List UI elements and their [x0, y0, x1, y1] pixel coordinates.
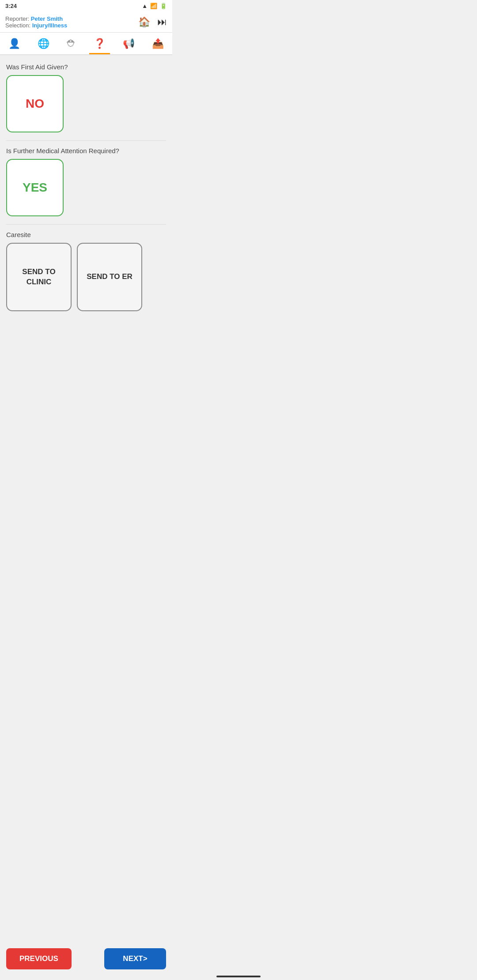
first-aid-options: NO [6, 75, 166, 132]
megaphone-icon: 📢 [123, 38, 135, 49]
reporter-name: Peter Smith [31, 15, 63, 22]
first-aid-no-label: NO [26, 97, 44, 111]
nav-tabs: 👤 🌐 ⛑ ❓ 📢 📤 [0, 33, 172, 55]
reporter-label: Reporter: [5, 15, 29, 22]
send-to-er-button[interactable]: SEND TO ER [77, 243, 142, 311]
medical-attention-yes-label: YES [23, 181, 47, 195]
medical-attention-question: Is Further Medical Attention Required? [6, 147, 166, 155]
forward-icon[interactable]: ⏭ [157, 16, 167, 28]
header-selection-row: Selection: Injury/Illness [5, 22, 67, 29]
first-aid-question: Was First Aid Given? [6, 63, 166, 71]
send-to-clinic-label: SEND TOCLINIC [22, 267, 55, 286]
tab-globe[interactable]: 🌐 [33, 34, 54, 54]
header-info: Reporter: Peter Smith Selection: Injury/… [5, 15, 67, 29]
home-icon[interactable]: 🏠 [138, 16, 150, 28]
send-to-clinic-button[interactable]: SEND TOCLINIC [6, 243, 72, 311]
tab-question[interactable]: ❓ [89, 34, 110, 54]
wifi-icon: ▲ [142, 3, 148, 9]
main-content: Was First Aid Given? NO Is Further Medic… [0, 55, 172, 354]
globe-icon: 🌐 [38, 38, 49, 49]
helmet-icon: ⛑ [67, 38, 76, 49]
tab-person[interactable]: 👤 [4, 34, 25, 54]
caresite-options: SEND TOCLINIC SEND TO ER [6, 243, 166, 311]
medical-attention-yes-button[interactable]: YES [6, 159, 64, 216]
upload-icon: 📤 [152, 38, 164, 49]
signal-icon: 📶 [150, 3, 157, 9]
selection-label: Selection: [5, 22, 30, 29]
header-reporter-row: Reporter: Peter Smith [5, 15, 67, 22]
medical-attention-options: YES [6, 159, 166, 216]
header-icons: 🏠 ⏭ [138, 16, 167, 28]
status-time: 3:24 [5, 3, 17, 9]
caresite-label: Caresite [6, 231, 166, 238]
selection-value: Injury/Illness [32, 22, 67, 29]
tab-upload[interactable]: 📤 [148, 34, 168, 54]
status-bar: 3:24 ▲ 📶 🔋 [0, 0, 172, 12]
status-icons: ▲ 📶 🔋 [142, 3, 167, 9]
person-icon: 👤 [8, 38, 20, 49]
divider-2 [6, 224, 166, 225]
send-to-er-label: SEND TO ER [87, 272, 132, 282]
first-aid-no-button[interactable]: NO [6, 75, 64, 132]
tab-megaphone[interactable]: 📢 [118, 34, 139, 54]
divider-1 [6, 140, 166, 141]
header: Reporter: Peter Smith Selection: Injury/… [0, 12, 172, 33]
question-icon: ❓ [94, 38, 106, 49]
battery-icon: 🔋 [160, 3, 167, 9]
tab-helmet[interactable]: ⛑ [62, 34, 81, 54]
